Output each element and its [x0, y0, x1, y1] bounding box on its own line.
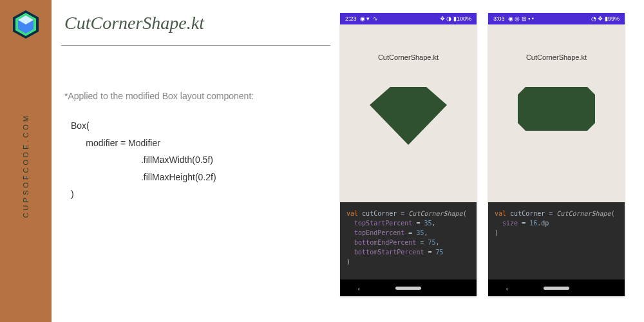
code-panel-2: val cutCorner = CutCornerShape( size = 1… [488, 202, 625, 279]
home-pill-icon [395, 287, 421, 290]
brand-vertical-text: CUPSOFCODE.COM [22, 113, 30, 218]
diamond-shape-icon [370, 87, 447, 145]
svg-marker-4 [370, 87, 447, 145]
cut-rect-shape-icon [518, 87, 595, 131]
svg-marker-5 [518, 87, 595, 131]
nav-bar: ‹ [340, 279, 477, 296]
status-bar: 2:23 ◉ ▾ ∿ ❖ ◑ ▮100% [340, 13, 477, 24]
jetpack-compose-logo-icon [8, 6, 44, 43]
code-panel-1: val cutCorner = CutCornerShape( topStart… [340, 202, 477, 279]
status-bar: 3:03 ◉ ◎ ⊞ ▪ • ◔ ❖ ▮99% [488, 13, 625, 24]
box-code-block: Box( modifier = Modifier .fillMaxWidth(0… [71, 117, 330, 203]
phone-previews: 2:23 ◉ ▾ ∿ ❖ ◑ ▮100% CutCornerShape.kt v… [340, 13, 625, 309]
main-content: CutCornerShape.kt *Applied to the modifi… [52, 0, 644, 322]
shape-title: CutCornerShape.kt [526, 53, 587, 61]
spacer [605, 284, 607, 292]
sidebar: CUPSOFCODE.COM [0, 0, 52, 322]
status-time: 2:23 ◉ ▾ ∿ [345, 15, 378, 22]
shape-title: CutCornerShape.kt [378, 53, 439, 61]
spacer [457, 284, 459, 292]
divider [61, 45, 330, 46]
status-time: 3:03 ◉ ◎ ⊞ ▪ • [493, 15, 534, 22]
status-right: ◔ ❖ ▮99% [591, 15, 620, 22]
page-title: CutCornerShape.kt [64, 13, 330, 33]
phone-preview-2: 3:03 ◉ ◎ ⊞ ▪ • ◔ ❖ ▮99% CutCornerShape.k… [488, 13, 625, 296]
home-pill-icon [544, 287, 569, 290]
note-text: *Applied to the modified Box layout comp… [64, 91, 330, 101]
preview-canvas: CutCornerShape.kt [488, 24, 625, 202]
left-column: CutCornerShape.kt *Applied to the modifi… [61, 13, 330, 309]
back-icon: ‹ [358, 284, 361, 292]
nav-bar: ‹ [488, 279, 625, 296]
status-right: ❖ ◑ ▮100% [440, 15, 471, 22]
back-icon: ‹ [506, 284, 509, 292]
phone-preview-1: 2:23 ◉ ▾ ∿ ❖ ◑ ▮100% CutCornerShape.kt v… [340, 13, 477, 296]
preview-canvas: CutCornerShape.kt [340, 24, 477, 202]
